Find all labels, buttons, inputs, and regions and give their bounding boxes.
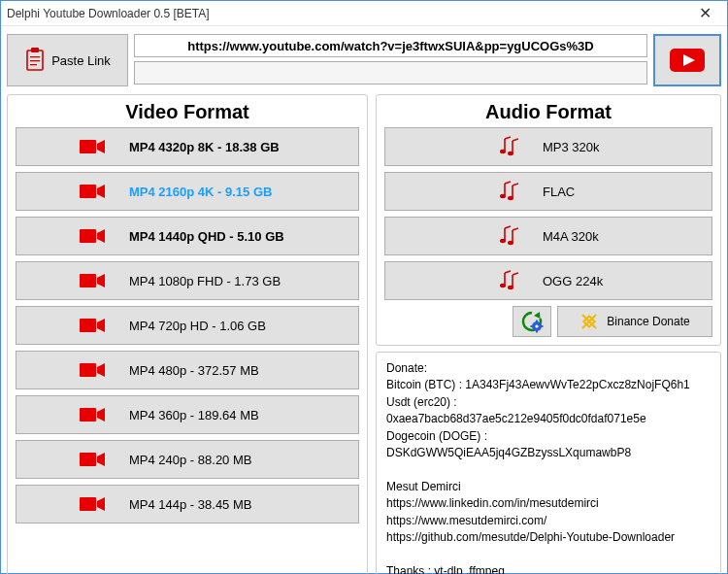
video-camera-icon (80, 273, 105, 288)
music-notes-icon (497, 181, 518, 202)
audio-format-button[interactable]: OGG 224k (384, 261, 712, 300)
video-format-heading: Video Format (16, 101, 359, 123)
svg-rect-3 (30, 60, 40, 61)
audio-format-button[interactable]: FLAC (384, 172, 712, 211)
video-format-button[interactable]: MP4 2160p 4K - 9.15 GB (16, 172, 359, 211)
video-camera-icon (80, 139, 105, 154)
refresh-button[interactable] (513, 306, 551, 337)
svg-point-17 (500, 194, 506, 198)
refresh-gear-icon (520, 310, 544, 333)
video-camera-icon (80, 318, 105, 333)
clipboard-icon (24, 48, 46, 73)
audio-format-label: OGG 224k (543, 274, 603, 288)
binance-icon (579, 312, 599, 331)
svg-point-20 (508, 241, 513, 245)
video-format-label: MP4 720p HD - 1.06 GB (129, 319, 266, 333)
svg-rect-8 (80, 229, 96, 243)
svg-point-21 (500, 284, 506, 287)
video-format-label: MP4 1080p FHD - 1.73 GB (129, 274, 281, 288)
video-format-button[interactable]: MP4 720p HD - 1.06 GB (16, 306, 359, 345)
video-format-button[interactable]: MP4 480p - 372.57 MB (16, 351, 359, 389)
svg-point-24 (535, 324, 538, 327)
svg-rect-25 (536, 321, 538, 323)
fetch-button[interactable] (653, 34, 721, 86)
binance-donate-button[interactable]: Binance Donate (557, 306, 712, 337)
video-format-label: MP4 360p - 189.64 MB (129, 408, 259, 422)
svg-rect-6 (80, 140, 96, 153)
video-format-button[interactable]: MP4 240p - 88.20 MB (16, 440, 359, 479)
video-format-label: MP4 240p - 88.20 MB (129, 453, 251, 467)
video-camera-icon (80, 184, 105, 199)
video-format-button[interactable]: MP4 4320p 8K - 18.38 GB (16, 127, 359, 166)
paste-link-button[interactable]: Paste Link (7, 34, 128, 86)
video-camera-icon (80, 407, 105, 422)
binance-donate-label: Binance Donate (607, 315, 689, 328)
svg-rect-4 (30, 64, 37, 65)
video-format-button[interactable]: MP4 360p - 189.64 MB (16, 395, 359, 434)
svg-point-22 (508, 286, 513, 289)
video-format-label: MP4 2160p 4K - 9.15 GB (129, 185, 272, 199)
audio-format-button[interactable]: MP3 320k (384, 127, 712, 166)
music-notes-icon (497, 225, 518, 247)
video-format-label: MP4 480p - 372.57 MB (129, 363, 259, 378)
video-format-button[interactable]: MP4 1080p FHD - 1.73 GB (16, 261, 359, 300)
svg-rect-14 (80, 497, 96, 511)
url-input-secondary[interactable] (134, 61, 647, 84)
music-notes-icon (497, 270, 518, 291)
svg-rect-26 (536, 330, 538, 333)
video-format-label: MP4 4320p 8K - 18.38 GB (129, 140, 280, 154)
paste-link-label: Paste Link (51, 53, 111, 68)
video-camera-icon (80, 228, 105, 244)
audio-format-label: MP3 320k (543, 140, 600, 154)
video-camera-icon (80, 496, 105, 512)
window-title: Delphi Youtube Downloader 0.5 [BETA] (7, 7, 210, 20)
svg-rect-27 (531, 325, 534, 327)
audio-format-button[interactable]: M4A 320k (384, 217, 712, 255)
svg-rect-9 (80, 274, 96, 287)
svg-rect-12 (80, 408, 96, 422)
svg-point-15 (500, 150, 506, 153)
titlebar: Delphi Youtube Downloader 0.5 [BETA] ✕ (1, 1, 727, 26)
svg-point-16 (508, 152, 513, 155)
audio-format-label: FLAC (543, 185, 575, 199)
audio-format-heading: Audio Format (384, 101, 712, 123)
video-format-button[interactable]: MP4 144p - 38.45 MB (16, 485, 359, 523)
svg-rect-13 (80, 453, 96, 466)
youtube-play-icon (670, 49, 705, 72)
video-format-label: MP4 144p - 38.45 MB (129, 497, 251, 512)
audio-format-panel: Audio Format MP3 320kFLACM4A 320kOGG 224… (376, 94, 721, 346)
svg-rect-2 (30, 56, 40, 57)
video-camera-icon (80, 452, 105, 467)
music-notes-icon (497, 136, 518, 157)
close-button[interactable]: ✕ (682, 1, 727, 26)
svg-rect-28 (541, 325, 544, 327)
svg-rect-1 (31, 48, 39, 52)
svg-rect-10 (80, 319, 96, 332)
audio-format-label: M4A 320k (543, 229, 599, 244)
video-format-button[interactable]: MP4 1440p QHD - 5.10 GB (16, 217, 359, 255)
svg-rect-7 (80, 185, 96, 198)
video-camera-icon (80, 362, 105, 378)
donate-info-box: Donate: Bitcoin (BTC) : 1A343Fj43AewvWvT… (376, 352, 721, 574)
svg-rect-11 (80, 363, 96, 377)
svg-point-18 (508, 196, 513, 200)
video-format-panel: Video Format MP4 4320p 8K - 18.38 GBMP4 … (7, 94, 368, 574)
url-display[interactable]: https://www.youtube.com/watch?v=je3ftwxS… (134, 34, 647, 57)
app-window: Delphi Youtube Downloader 0.5 [BETA] ✕ P… (0, 0, 728, 574)
svg-point-19 (500, 239, 506, 243)
video-format-label: MP4 1440p QHD - 5.10 GB (129, 229, 284, 244)
